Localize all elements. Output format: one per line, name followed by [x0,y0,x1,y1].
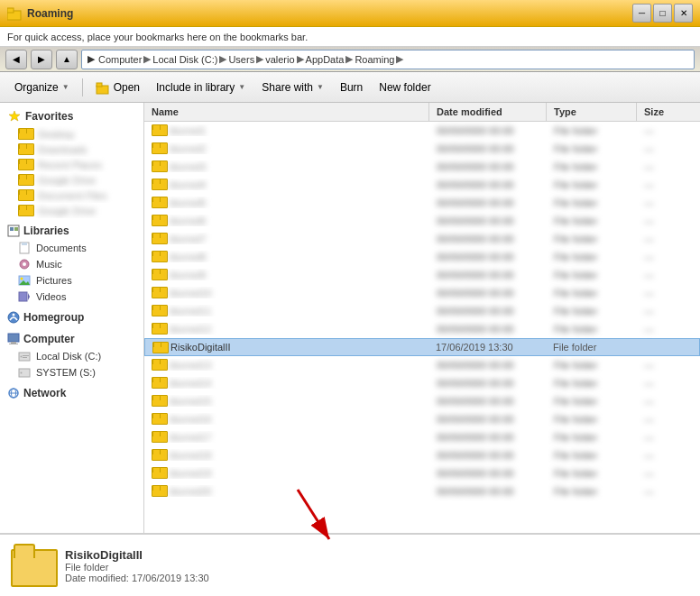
folder-icon [152,342,167,353]
file-date-cell: 00/00/0000 00:00 [429,396,547,407]
table-row[interactable]: blurred1100/00/0000 00:00File folder--- [144,302,700,320]
folder-icon [152,160,166,172]
table-row[interactable]: blurred600/00/0000 00:00File folder--- [144,212,700,230]
new-folder-button[interactable]: New folder [372,75,438,100]
table-row[interactable]: blurred1500/00/0000 00:00File folder--- [144,392,700,410]
path-user: valerio [265,54,294,65]
column-size[interactable]: Size [637,103,700,121]
table-row[interactable]: blurred1400/00/0000 00:00File folder--- [144,374,700,392]
documents-icon [18,242,31,254]
homegroup-header[interactable]: Homegroup [0,308,143,326]
close-button[interactable]: ✕ [674,4,693,23]
file-size-cell: --- [637,324,700,335]
file-name-cell: blurred18 [144,449,429,461]
file-date-cell: 00/00/0000 00:00 [429,378,547,389]
path-users: Users [228,54,254,65]
organize-button[interactable]: Organize ▼ [7,75,77,100]
svg-rect-3 [97,83,102,87]
file-date-cell: 00/00/0000 00:00 [429,450,547,461]
homegroup-section: Homegroup [0,308,143,326]
column-type[interactable]: Type [547,103,637,121]
main-area: Favorites Desktop Downloads Recent Place… [0,103,700,533]
sidebar-item-system[interactable]: SYSTEM (S:) [0,364,143,381]
computer-header[interactable]: Computer [0,330,143,348]
local-disk-label: Local Disk (C:) [36,351,101,362]
back-button[interactable]: ◀ [5,50,27,69]
share-with-button[interactable]: Share with ▼ [254,75,331,100]
libraries-section: Libraries Documents Music [0,222,143,305]
sidebar-item-gdrive2[interactable]: Google Drive [0,203,143,218]
bookmarks-bar-text: For quick access, place your bookmarks h… [7,32,308,42]
column-name[interactable]: Name [144,103,429,121]
include-in-library-button[interactable]: Include in library ▼ [149,75,253,100]
table-row[interactable]: blurred1200/00/0000 00:00File folder--- [144,320,700,338]
table-row[interactable]: blurred100/00/0000 00:00File folder--- [144,122,700,140]
file-name-cell: blurred19 [144,467,429,479]
file-type-cell: File folder [547,179,637,190]
file-name-cell: blurred10 [144,287,429,298]
table-row[interactable]: blurred1700/00/0000 00:00File folder--- [144,428,700,446]
table-row[interactable]: blurred1900/00/0000 00:00File folder--- [144,464,700,482]
column-date[interactable]: Date modified [429,103,547,121]
file-size-cell: --- [637,197,700,208]
table-row[interactable]: blurred300/00/0000 00:00File folder--- [144,158,700,176]
sidebar-item-videos[interactable]: Videos [0,289,143,305]
table-row[interactable]: blurred800/00/0000 00:00File folder--- [144,248,700,266]
file-type-cell: File folder [547,360,637,371]
table-row[interactable]: blurred1300/00/0000 00:00File folder--- [144,356,700,374]
file-name-cell: blurred4 [144,179,429,190]
table-row[interactable]: blurred1600/00/0000 00:00File folder--- [144,410,700,428]
table-row[interactable]: blurred2000/00/0000 00:00File folder--- [144,482,700,500]
sidebar-item-local-disk[interactable]: Local Disk (C:) [0,348,143,364]
network-header[interactable]: Network [0,384,143,402]
favorites-section: Favorites Desktop Downloads Recent Place… [0,106,143,218]
svg-point-18 [13,314,15,316]
table-row[interactable]: blurred1800/00/0000 00:00File folder--- [144,446,700,464]
burn-button[interactable]: Burn [333,75,370,100]
table-row[interactable]: RisikoDigitalII17/06/2019 13:30File fold… [144,338,700,356]
table-row[interactable]: blurred200/00/0000 00:00File folder--- [144,140,700,158]
svg-marker-16 [28,293,30,300]
minimize-button[interactable]: ─ [632,4,651,23]
file-rows: blurred100/00/0000 00:00File folder---bl… [144,122,700,533]
sidebar-item-pictures[interactable]: Pictures [0,272,143,289]
file-type-cell: File folder [547,414,637,425]
sidebar-item-recent[interactable]: Recent Places [0,157,143,172]
window-controls: ─ □ ✕ [632,4,693,23]
file-name-cell: blurred3 [144,160,429,172]
network-section: Network [0,384,143,402]
file-date-cell: 00/00/0000 00:00 [429,414,547,425]
file-date-cell: 00/00/0000 00:00 [429,234,547,244]
table-row[interactable]: blurred1000/00/0000 00:00File folder--- [144,284,700,302]
forward-button[interactable]: ▶ [31,50,52,69]
file-name-cell: blurred5 [144,197,429,208]
path-disk: Local Disk (C:) [152,54,217,65]
maximize-button[interactable]: □ [653,4,672,23]
sidebar-item-docs[interactable]: Document Files [0,188,143,203]
sidebar-item-documents[interactable]: Documents [0,240,143,256]
toolbar-separator [82,78,83,96]
music-icon [18,258,31,270]
network-icon [7,387,20,399]
folder-icon [152,431,166,443]
favorites-header[interactable]: Favorites [0,106,143,126]
videos-label: Videos [36,291,66,302]
up-button[interactable]: ▲ [56,50,78,69]
computer-section: Computer Local Disk (C:) SYSTEM (S:) [0,330,143,381]
pictures-icon [18,274,31,287]
table-row[interactable]: blurred500/00/0000 00:00File folder--- [144,194,700,212]
table-row[interactable]: blurred700/00/0000 00:00File folder--- [144,230,700,248]
address-path[interactable]: ▶ Computer ▶ Local Disk (C:) ▶ Users ▶ v… [81,50,695,69]
table-row[interactable]: blurred400/00/0000 00:00File folder--- [144,176,700,194]
table-row[interactable]: blurred900/00/0000 00:00File folder--- [144,266,700,284]
sidebar-item-music[interactable]: Music [0,256,143,272]
file-name-cell: blurred2 [144,142,429,154]
libraries-header[interactable]: Libraries [0,222,143,240]
file-type-cell: File folder [547,306,637,316]
sidebar-item-desktop[interactable]: Desktop [0,126,143,142]
open-button[interactable]: Open [88,75,147,100]
folder-icon [152,305,166,316]
svg-point-23 [21,356,23,358]
sidebar-item-gdrive1[interactable]: Google Drive [0,172,143,188]
sidebar-item-downloads[interactable]: Downloads [0,142,143,157]
